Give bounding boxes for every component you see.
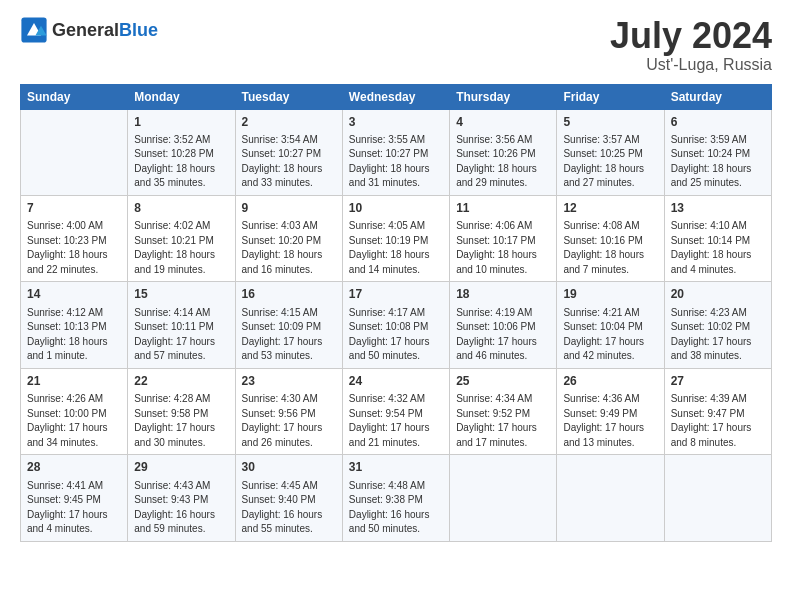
day-info: Sunrise: 4:26 AM Sunset: 10:00 PM Daylig… [27,392,121,450]
cell-w5-d5 [450,455,557,541]
day-info: Sunrise: 4:39 AM Sunset: 9:47 PM Dayligh… [671,392,765,450]
day-number: 28 [27,459,121,476]
day-info: Sunrise: 4:28 AM Sunset: 9:58 PM Dayligh… [134,392,228,450]
week-row-5: 28Sunrise: 4:41 AM Sunset: 9:45 PM Dayli… [21,455,772,541]
day-number: 21 [27,373,121,390]
calendar-table: Sunday Monday Tuesday Wednesday Thursday… [20,84,772,542]
day-number: 31 [349,459,443,476]
cell-w5-d4: 31Sunrise: 4:48 AM Sunset: 9:38 PM Dayli… [342,455,449,541]
day-number: 2 [242,114,336,131]
cell-w1-d3: 2Sunrise: 3:54 AM Sunset: 10:27 PM Dayli… [235,109,342,195]
week-row-3: 14Sunrise: 4:12 AM Sunset: 10:13 PM Dayl… [21,282,772,368]
day-number: 5 [563,114,657,131]
day-number: 13 [671,200,765,217]
cell-w2-d1: 7Sunrise: 4:00 AM Sunset: 10:23 PM Dayli… [21,195,128,281]
day-number: 22 [134,373,228,390]
sub-title: Ust'-Luga, Russia [610,56,772,74]
day-number: 8 [134,200,228,217]
day-info: Sunrise: 4:32 AM Sunset: 9:54 PM Dayligh… [349,392,443,450]
day-info: Sunrise: 4:41 AM Sunset: 9:45 PM Dayligh… [27,479,121,537]
day-number: 6 [671,114,765,131]
cell-w2-d6: 12Sunrise: 4:08 AM Sunset: 10:16 PM Dayl… [557,195,664,281]
cell-w4-d1: 21Sunrise: 4:26 AM Sunset: 10:00 PM Dayl… [21,368,128,454]
cell-w1-d2: 1Sunrise: 3:52 AM Sunset: 10:28 PM Dayli… [128,109,235,195]
day-number: 26 [563,373,657,390]
cell-w5-d6 [557,455,664,541]
day-info: Sunrise: 4:19 AM Sunset: 10:06 PM Daylig… [456,306,550,364]
day-number: 16 [242,286,336,303]
day-number: 1 [134,114,228,131]
page-container: GeneralBlue July 2024 Ust'-Luga, Russia … [0,0,792,552]
cell-w4-d5: 25Sunrise: 4:34 AM Sunset: 9:52 PM Dayli… [450,368,557,454]
day-number: 25 [456,373,550,390]
logo-blue: Blue [119,20,158,40]
day-info: Sunrise: 4:14 AM Sunset: 10:11 PM Daylig… [134,306,228,364]
cell-w4-d4: 24Sunrise: 4:32 AM Sunset: 9:54 PM Dayli… [342,368,449,454]
day-info: Sunrise: 4:02 AM Sunset: 10:21 PM Daylig… [134,219,228,277]
header-row: Sunday Monday Tuesday Wednesday Thursday… [21,84,772,109]
week-row-4: 21Sunrise: 4:26 AM Sunset: 10:00 PM Dayl… [21,368,772,454]
day-number: 24 [349,373,443,390]
day-info: Sunrise: 3:59 AM Sunset: 10:24 PM Daylig… [671,133,765,191]
day-number: 12 [563,200,657,217]
logo-text: GeneralBlue [52,20,158,41]
day-number: 20 [671,286,765,303]
cell-w5-d7 [664,455,771,541]
cell-w3-d5: 18Sunrise: 4:19 AM Sunset: 10:06 PM Dayl… [450,282,557,368]
day-info: Sunrise: 4:00 AM Sunset: 10:23 PM Daylig… [27,219,121,277]
logo-general: General [52,20,119,40]
day-info: Sunrise: 4:36 AM Sunset: 9:49 PM Dayligh… [563,392,657,450]
day-number: 18 [456,286,550,303]
day-info: Sunrise: 4:21 AM Sunset: 10:04 PM Daylig… [563,306,657,364]
day-info: Sunrise: 4:43 AM Sunset: 9:43 PM Dayligh… [134,479,228,537]
cell-w5-d2: 29Sunrise: 4:43 AM Sunset: 9:43 PM Dayli… [128,455,235,541]
day-number: 30 [242,459,336,476]
cell-w3-d1: 14Sunrise: 4:12 AM Sunset: 10:13 PM Dayl… [21,282,128,368]
cell-w1-d5: 4Sunrise: 3:56 AM Sunset: 10:26 PM Dayli… [450,109,557,195]
day-info: Sunrise: 4:10 AM Sunset: 10:14 PM Daylig… [671,219,765,277]
day-info: Sunrise: 4:23 AM Sunset: 10:02 PM Daylig… [671,306,765,364]
logo: GeneralBlue [20,16,158,44]
day-number: 3 [349,114,443,131]
day-info: Sunrise: 4:17 AM Sunset: 10:08 PM Daylig… [349,306,443,364]
day-number: 17 [349,286,443,303]
cell-w3-d4: 17Sunrise: 4:17 AM Sunset: 10:08 PM Dayl… [342,282,449,368]
day-info: Sunrise: 4:34 AM Sunset: 9:52 PM Dayligh… [456,392,550,450]
day-number: 10 [349,200,443,217]
cell-w3-d2: 15Sunrise: 4:14 AM Sunset: 10:11 PM Dayl… [128,282,235,368]
header: GeneralBlue July 2024 Ust'-Luga, Russia [20,16,772,74]
week-row-1: 1Sunrise: 3:52 AM Sunset: 10:28 PM Dayli… [21,109,772,195]
col-sunday: Sunday [21,84,128,109]
day-number: 11 [456,200,550,217]
day-info: Sunrise: 4:48 AM Sunset: 9:38 PM Dayligh… [349,479,443,537]
cell-w1-d4: 3Sunrise: 3:55 AM Sunset: 10:27 PM Dayli… [342,109,449,195]
cell-w2-d4: 10Sunrise: 4:05 AM Sunset: 10:19 PM Dayl… [342,195,449,281]
day-info: Sunrise: 4:06 AM Sunset: 10:17 PM Daylig… [456,219,550,277]
day-info: Sunrise: 3:57 AM Sunset: 10:25 PM Daylig… [563,133,657,191]
cell-w2-d7: 13Sunrise: 4:10 AM Sunset: 10:14 PM Dayl… [664,195,771,281]
day-number: 14 [27,286,121,303]
cell-w4-d3: 23Sunrise: 4:30 AM Sunset: 9:56 PM Dayli… [235,368,342,454]
day-number: 29 [134,459,228,476]
col-saturday: Saturday [664,84,771,109]
day-number: 27 [671,373,765,390]
cell-w1-d1 [21,109,128,195]
day-info: Sunrise: 4:45 AM Sunset: 9:40 PM Dayligh… [242,479,336,537]
day-info: Sunrise: 3:55 AM Sunset: 10:27 PM Daylig… [349,133,443,191]
cell-w2-d3: 9Sunrise: 4:03 AM Sunset: 10:20 PM Dayli… [235,195,342,281]
day-info: Sunrise: 4:30 AM Sunset: 9:56 PM Dayligh… [242,392,336,450]
day-info: Sunrise: 3:56 AM Sunset: 10:26 PM Daylig… [456,133,550,191]
col-monday: Monday [128,84,235,109]
day-number: 7 [27,200,121,217]
col-friday: Friday [557,84,664,109]
day-number: 9 [242,200,336,217]
day-number: 19 [563,286,657,303]
title-block: July 2024 Ust'-Luga, Russia [610,16,772,74]
week-row-2: 7Sunrise: 4:00 AM Sunset: 10:23 PM Dayli… [21,195,772,281]
cell-w5-d3: 30Sunrise: 4:45 AM Sunset: 9:40 PM Dayli… [235,455,342,541]
cell-w5-d1: 28Sunrise: 4:41 AM Sunset: 9:45 PM Dayli… [21,455,128,541]
cell-w3-d7: 20Sunrise: 4:23 AM Sunset: 10:02 PM Dayl… [664,282,771,368]
cell-w1-d7: 6Sunrise: 3:59 AM Sunset: 10:24 PM Dayli… [664,109,771,195]
logo-icon [20,16,48,44]
day-info: Sunrise: 4:08 AM Sunset: 10:16 PM Daylig… [563,219,657,277]
